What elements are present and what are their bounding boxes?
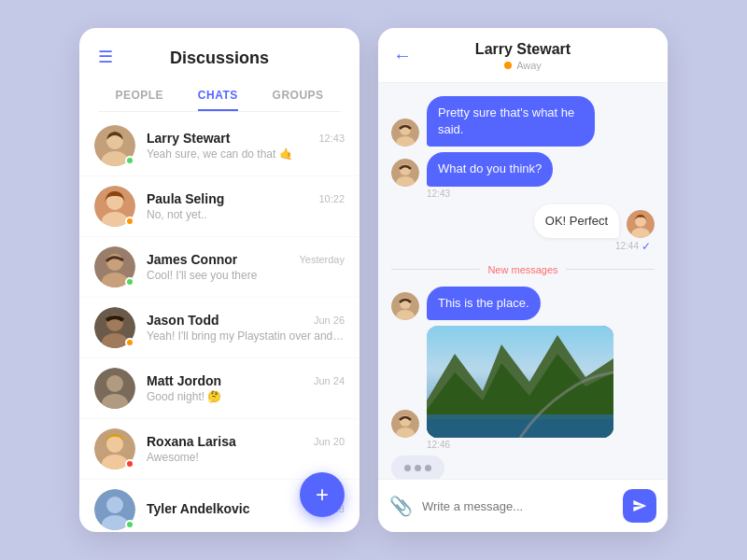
message-time: 12:43 xyxy=(391,189,655,199)
status-dot xyxy=(125,520,134,529)
left-header: ☰ Discussions PEOPLE CHATS GROUPS xyxy=(79,28,359,112)
chat-info: Jason Todd Jun 26 Yeah! I'll bring my Pl… xyxy=(147,313,345,343)
chat-name: Paula Seling xyxy=(147,191,224,206)
avatar xyxy=(391,292,419,320)
msg-row xyxy=(391,326,655,438)
chat-time: 12:43 xyxy=(318,133,345,144)
chat-name-row: Jason Todd Jun 26 xyxy=(147,313,345,328)
chat-info: Roxana Larisa Jun 20 Awesome! xyxy=(147,434,345,464)
chat-name-row: Matt Jordon Jun 24 xyxy=(147,373,345,388)
chat-info: Larry Stewart 12:43 Yeah sure, we can do… xyxy=(147,131,345,161)
chat-name-row: Paula Seling 10:22 xyxy=(147,191,345,206)
new-messages-divider: New messages xyxy=(391,264,655,275)
send-button[interactable] xyxy=(623,489,656,523)
status-dot xyxy=(125,156,134,165)
message-bubble: This is the place. xyxy=(427,287,541,320)
typing-dot xyxy=(425,465,431,471)
typing-indicator-row xyxy=(391,455,655,479)
chat-preview: Awesome! xyxy=(147,451,345,464)
chat-preview: No, not yet.. xyxy=(147,208,345,221)
typing-dot xyxy=(404,465,411,471)
avatar xyxy=(391,410,419,438)
msg-row: This is the place. xyxy=(391,287,655,320)
check-icon: ✓ xyxy=(641,240,651,253)
chat-name: Jason Todd xyxy=(147,313,219,328)
typing-indicator xyxy=(391,455,444,479)
message-row-sent: OK! Perfect 12:44 ✓ xyxy=(391,204,655,253)
list-item[interactable]: Jason Todd Jun 26 Yeah! I'll bring my Pl… xyxy=(79,298,359,358)
message-bubble: What do you think? xyxy=(427,152,553,186)
chat-name: Tyler Andelkovic xyxy=(147,501,249,516)
chat-preview: Good night! 🤔 xyxy=(147,390,345,403)
attach-icon[interactable]: 📎 xyxy=(389,495,413,517)
avatar xyxy=(94,186,135,227)
avatar xyxy=(391,159,419,187)
message-input-area: 📎 xyxy=(378,479,668,532)
panel-title: Discussions xyxy=(98,45,341,81)
left-panel: ☰ Discussions PEOPLE CHATS GROUPS Larry … xyxy=(79,28,359,532)
back-button[interactable]: ← xyxy=(393,45,412,66)
message-row-received: What do you think? 12:43 xyxy=(391,152,655,198)
avatar xyxy=(94,489,135,530)
chat-preview: Yeah sure, we can do that 🤙 xyxy=(147,147,345,161)
chat-name-row: Roxana Larisa Jun 20 xyxy=(147,434,345,449)
list-item[interactable]: Paula Seling 10:22 No, not yet.. xyxy=(79,176,359,237)
chat-time: Jun 24 xyxy=(314,375,345,386)
right-panel: ← Larry Stewart Away Pretty sure that's … xyxy=(378,28,668,532)
status-text: Away xyxy=(516,60,542,71)
avatar xyxy=(94,368,135,409)
avatar xyxy=(94,307,135,348)
tab-groups[interactable]: GROUPS xyxy=(273,81,324,111)
chat-time: Yesterday xyxy=(299,254,345,265)
avatar xyxy=(391,119,419,147)
message-row-received: Pretty sure that's what he said. xyxy=(391,96,655,147)
list-item[interactable]: Roxana Larisa Jun 20 Awesome! xyxy=(79,419,359,480)
messages-area: Pretty sure that's what he said. What do… xyxy=(378,83,668,479)
image-message[interactable] xyxy=(427,326,613,438)
typing-dot xyxy=(415,465,421,471)
status-dot xyxy=(125,459,134,469)
tab-chats[interactable]: CHATS xyxy=(198,81,238,111)
status-dot xyxy=(125,338,134,347)
status-row: Away xyxy=(504,60,542,71)
chat-info: James Connor Yesterday Cool! I'll see yo… xyxy=(147,252,345,282)
new-chat-button[interactable]: + xyxy=(300,472,345,517)
svg-point-16 xyxy=(106,436,123,453)
chat-info: Paula Seling 10:22 No, not yet.. xyxy=(147,191,345,221)
divider-label: New messages xyxy=(487,264,557,275)
avatar xyxy=(94,428,135,469)
msg-row: What do you think? xyxy=(391,152,655,186)
chat-name: Matt Jordon xyxy=(147,373,221,388)
message-row-image: 12:46 xyxy=(391,326,655,450)
message-input[interactable] xyxy=(422,499,613,513)
list-item[interactable]: James Connor Yesterday Cool! I'll see yo… xyxy=(79,237,359,298)
status-dot xyxy=(504,62,512,69)
sent-with-avatar: OK! Perfect xyxy=(391,204,655,238)
chat-preview: Cool! I'll see you there xyxy=(147,269,345,282)
msg-row: Pretty sure that's what he said. xyxy=(391,96,655,147)
divider-line xyxy=(566,269,655,270)
list-item[interactable]: Matt Jordon Jun 24 Good night! 🤔 xyxy=(79,358,359,419)
tabs: PEOPLE CHATS GROUPS xyxy=(98,81,341,112)
message-bubble: Pretty sure that's what he said. xyxy=(427,96,595,147)
chat-list: Larry Stewart 12:43 Yeah sure, we can do… xyxy=(79,112,359,532)
status-dot xyxy=(125,277,134,287)
menu-icon[interactable]: ☰ xyxy=(98,47,113,67)
chat-time: Jun 20 xyxy=(314,436,345,447)
tab-people[interactable]: PEOPLE xyxy=(115,81,163,111)
chat-time: 10:22 xyxy=(318,193,345,204)
right-header: ← Larry Stewart Away xyxy=(378,28,668,83)
chat-info: Matt Jordon Jun 24 Good night! 🤔 xyxy=(147,373,345,403)
chat-preview: Yeah! I'll bring my Playstatin over and … xyxy=(147,329,345,343)
message-time: 12:44 ✓ xyxy=(391,240,655,253)
svg-point-19 xyxy=(106,497,123,513)
divider-line xyxy=(391,269,480,270)
chat-name-row: Larry Stewart 12:43 xyxy=(147,131,345,146)
contact-name: Larry Stewart xyxy=(475,41,571,58)
message-row-received: This is the place. xyxy=(391,287,655,320)
chat-name: Roxana Larisa xyxy=(147,434,236,449)
chat-name-row: James Connor Yesterday xyxy=(147,252,345,267)
message-bubble: OK! Perfect xyxy=(534,204,619,238)
svg-rect-40 xyxy=(427,419,613,438)
list-item[interactable]: Larry Stewart 12:43 Yeah sure, we can do… xyxy=(79,116,359,176)
